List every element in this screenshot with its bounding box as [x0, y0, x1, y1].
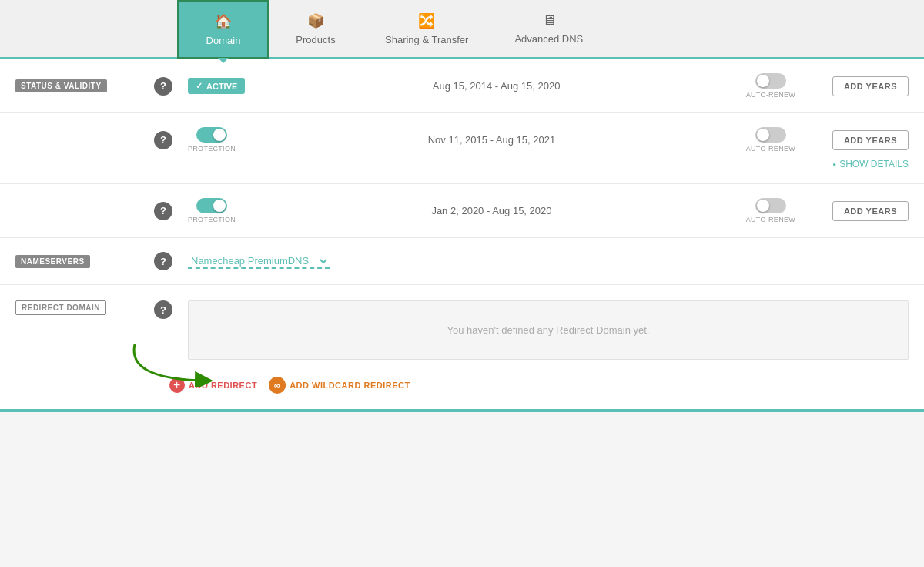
redirect-action-buttons: + ADD REDIRECT ∞ ADD WILDCARD REDIRECT: [0, 367, 924, 411]
tab-products[interactable]: 📦 Products: [270, 0, 362, 57]
protection-toggle-wrap-3: PROTECTION: [188, 198, 236, 223]
help-icon-nameservers[interactable]: ?: [154, 252, 172, 270]
plus-icon: +: [169, 377, 185, 393]
tab-domain-label: Domain: [206, 35, 241, 46]
show-details-label: SHOW DETAILS: [839, 159, 909, 169]
row2-actions: AUTO-RENEW ADD YEARS: [732, 127, 909, 153]
dns-icon: 🖥: [542, 12, 556, 29]
auto-renew-2: AUTO-RENEW: [732, 127, 809, 153]
status-row-3: ? PROTECTION Jan 2, 2020 - Aug 15, 2020 …: [0, 184, 924, 238]
date-range-1: Aug 15, 2014 - Aug 15, 2020: [260, 80, 732, 92]
add-redirect-label: ADD REDIRECT: [189, 381, 257, 390]
redirect-section: REDIRECT DOMAIN ? You haven't defined an…: [0, 285, 924, 412]
nameservers-label: NAMESERVERS: [15, 255, 154, 268]
protection-label-2: PROTECTION: [188, 145, 236, 153]
auto-renew-label-1: AUTO-RENEW: [746, 91, 795, 99]
add-years-button-1[interactable]: ADD YEARS: [832, 76, 909, 96]
row3-actions: AUTO-RENEW ADD YEARS: [732, 198, 909, 223]
help-icon-3[interactable]: ?: [154, 202, 172, 220]
date-range-2: Nov 11, 2015 - Aug 15, 2021: [251, 134, 732, 146]
add-wildcard-button[interactable]: ∞ ADD WILDCARD REDIRECT: [269, 377, 410, 394]
tab-dns-label: Advanced DNS: [514, 33, 583, 45]
sharing-icon: 🔀: [418, 12, 435, 29]
protection-toggle-2[interactable]: [196, 127, 227, 143]
redirect-top: REDIRECT DOMAIN ? You haven't defined an…: [0, 285, 924, 367]
redirect-label-wrap: REDIRECT DOMAIN: [15, 300, 154, 315]
tab-products-label: Products: [296, 34, 335, 45]
tab-domain[interactable]: 🏠 Domain: [177, 0, 270, 59]
tab-sharing-label: Sharing & Transfer: [385, 34, 468, 45]
add-redirect-button[interactable]: + ADD REDIRECT: [169, 377, 257, 393]
domain-icon: 🏠: [215, 13, 232, 30]
tab-sharing[interactable]: 🔀 Sharing & Transfer: [362, 0, 491, 57]
redirect-actions-area: + ADD REDIRECT ∞ ADD WILDCARD REDIRECT: [0, 367, 924, 411]
main-content: STATUS & VALIDITY ? ACTIVE Aug 15, 2014 …: [0, 59, 924, 412]
add-years-button-3[interactable]: ADD YEARS: [832, 201, 909, 221]
help-icon-redirect[interactable]: ?: [154, 300, 172, 319]
redirect-empty-message: You haven't defined any Redirect Domain …: [447, 324, 650, 336]
status-badge: STATUS & VALIDITY: [15, 79, 107, 92]
status-row-2: ? PROTECTION Nov 11, 2015 - Aug 15, 2021…: [0, 113, 924, 184]
auto-renew-toggle-1[interactable]: [755, 73, 786, 89]
auto-renew-toggle-2[interactable]: [755, 127, 786, 143]
help-icon-1[interactable]: ?: [154, 77, 172, 96]
tab-dns[interactable]: 🖥 Advanced DNS: [491, 0, 606, 57]
redirect-empty-box: You haven't defined any Redirect Domain …: [188, 300, 909, 360]
status-validity-label: STATUS & VALIDITY: [15, 79, 154, 92]
redirect-badge: REDIRECT DOMAIN: [15, 300, 106, 315]
products-icon: 📦: [307, 12, 324, 29]
wildcard-icon: ∞: [269, 377, 286, 394]
status-row-1: STATUS & VALIDITY ? ACTIVE Aug 15, 2014 …: [0, 59, 924, 113]
nav-tabs: 🏠 Domain 📦 Products 🔀 Sharing & Transfer…: [0, 0, 924, 59]
protection-label-3: PROTECTION: [188, 216, 236, 223]
auto-renew-3: AUTO-RENEW: [732, 198, 809, 223]
nameserver-select[interactable]: Namecheap PremiumDNS Custom DNS Namechea…: [188, 254, 330, 269]
auto-renew-1: AUTO-RENEW: [732, 73, 809, 99]
auto-renew-label-2: AUTO-RENEW: [746, 145, 795, 153]
date-range-3: Jan 2, 2020 - Aug 15, 2020: [251, 205, 732, 216]
row1-actions: AUTO-RENEW ADD YEARS: [732, 73, 909, 99]
protection-toggle-wrap-2: PROTECTION: [188, 127, 236, 153]
nameservers-badge: NAMESERVERS: [15, 255, 90, 268]
active-status-badge: ACTIVE: [188, 78, 245, 94]
add-years-button-2[interactable]: ADD YEARS: [832, 130, 909, 150]
protection-toggle-3[interactable]: [196, 198, 227, 213]
help-icon-2[interactable]: ?: [154, 131, 172, 149]
add-wildcard-label: ADD WILDCARD REDIRECT: [290, 381, 410, 390]
auto-renew-label-3: AUTO-RENEW: [746, 216, 795, 223]
show-details-link[interactable]: SHOW DETAILS: [832, 159, 909, 169]
auto-renew-toggle-3[interactable]: [755, 198, 786, 213]
nameservers-row: NAMESERVERS ? Namecheap PremiumDNS Custo…: [0, 238, 924, 285]
